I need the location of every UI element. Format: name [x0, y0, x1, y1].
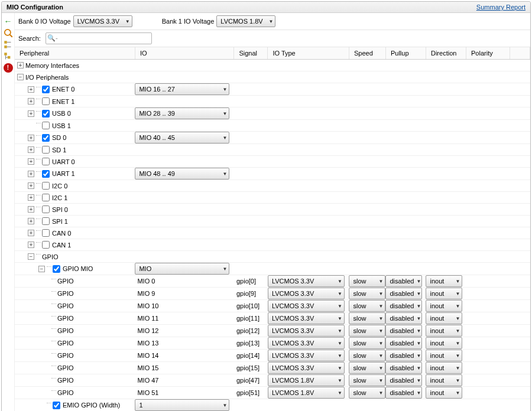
- pullup-dropdown[interactable]: disabled▼: [385, 362, 422, 374]
- gpio-leaf[interactable]: GPIO: [57, 364, 74, 371]
- summary-report-link[interactable]: Summary Report: [476, 4, 525, 11]
- enable-checkbox[interactable]: [42, 194, 50, 201]
- tree-toggle-icon[interactable]: −: [28, 253, 34, 260]
- gpio-leaf[interactable]: GPIO: [57, 377, 74, 384]
- iotype-dropdown[interactable]: LVCMOS 3.3V▼: [268, 300, 345, 312]
- speed-dropdown[interactable]: slow▼: [349, 387, 385, 399]
- direction-dropdown[interactable]: inout▼: [426, 300, 462, 312]
- col-peripheral[interactable]: Peripheral: [15, 47, 135, 60]
- tree-toggle-icon[interactable]: −: [38, 266, 45, 272]
- periph-spi1[interactable]: SPI 1: [52, 218, 68, 225]
- direction-dropdown[interactable]: inout▼: [426, 362, 462, 374]
- direction-dropdown[interactable]: inout▼: [426, 288, 462, 299]
- enable-checkbox[interactable]: [53, 265, 60, 273]
- pullup-dropdown[interactable]: disabled▼: [385, 337, 422, 349]
- iotype-dropdown[interactable]: LVCMOS 3.3V▼: [268, 337, 345, 349]
- enable-checkbox[interactable]: [42, 217, 50, 225]
- col-direction[interactable]: Direction: [426, 47, 466, 60]
- col-pullup[interactable]: Pullup: [385, 47, 426, 60]
- io-dropdown[interactable]: MIO▼: [135, 263, 229, 275]
- periph-i2c1[interactable]: I2C 1: [52, 194, 67, 201]
- pullup-dropdown[interactable]: disabled▼: [385, 387, 422, 399]
- tree-toggle-icon[interactable]: −: [17, 74, 24, 80]
- pullup-dropdown[interactable]: disabled▼: [385, 350, 422, 361]
- tree-toggle-icon[interactable]: +: [28, 86, 34, 93]
- periph-can1[interactable]: CAN 1: [52, 242, 71, 249]
- enable-checkbox[interactable]: [42, 170, 50, 178]
- enable-checkbox[interactable]: [42, 146, 50, 154]
- iotype-dropdown[interactable]: LVCMOS 3.3V▼: [268, 312, 345, 324]
- periph-gpio-mio[interactable]: GPIO MIO: [63, 265, 93, 272]
- find-icon[interactable]: [3, 28, 14, 38]
- enable-checkbox[interactable]: [42, 241, 50, 249]
- io-dropdown[interactable]: MIO 48 .. 49▼: [135, 168, 229, 180]
- speed-dropdown[interactable]: slow▼: [349, 325, 385, 337]
- periph-spi0[interactable]: SPI 0: [52, 206, 68, 213]
- enable-checkbox[interactable]: [42, 229, 50, 237]
- iotype-dropdown[interactable]: LVCMOS 3.3V▼: [268, 288, 345, 299]
- pullup-dropdown[interactable]: disabled▼: [385, 300, 422, 312]
- io-dropdown[interactable]: MIO 28 .. 39▼: [135, 107, 229, 119]
- node-memory-interfaces[interactable]: Memory Interfaces: [25, 62, 79, 69]
- tree-collapse-icon[interactable]: [3, 40, 14, 50]
- periph-emio-gpio[interactable]: EMIO GPIO (Width): [63, 402, 120, 409]
- col-io[interactable]: IO: [135, 47, 234, 60]
- enable-checkbox[interactable]: [42, 122, 50, 129]
- gpio-leaf[interactable]: GPIO: [57, 290, 74, 297]
- tree-toggle-icon[interactable]: +: [28, 182, 34, 189]
- periph-usb0[interactable]: USB 0: [52, 110, 71, 117]
- col-signal[interactable]: Signal: [234, 47, 268, 60]
- enable-checkbox[interactable]: [42, 86, 50, 93]
- bank1-voltage-dropdown[interactable]: LVCMOS 1.8V▼: [216, 15, 275, 27]
- speed-dropdown[interactable]: slow▼: [349, 300, 385, 312]
- tree-toggle-icon[interactable]: +: [28, 171, 34, 177]
- tree-toggle-icon[interactable]: +: [28, 110, 34, 117]
- speed-dropdown[interactable]: slow▼: [349, 275, 385, 287]
- direction-dropdown[interactable]: inout▼: [426, 325, 462, 337]
- periph-usb1[interactable]: USB 1: [52, 122, 71, 129]
- gpio-leaf[interactable]: GPIO: [57, 352, 74, 359]
- pullup-dropdown[interactable]: disabled▼: [385, 275, 422, 287]
- enable-checkbox[interactable]: [42, 206, 50, 213]
- periph-i2c0[interactable]: I2C 0: [52, 182, 67, 190]
- pullup-dropdown[interactable]: disabled▼: [385, 374, 422, 386]
- gpio-leaf[interactable]: GPIO: [57, 302, 74, 309]
- direction-dropdown[interactable]: inout▼: [426, 312, 462, 324]
- tree-toggle-icon[interactable]: +: [17, 62, 24, 68]
- enable-checkbox[interactable]: [42, 110, 50, 118]
- speed-dropdown[interactable]: slow▼: [349, 288, 385, 299]
- bank0-voltage-dropdown[interactable]: LVCMOS 3.3V▼: [73, 15, 132, 27]
- pullup-dropdown[interactable]: disabled▼: [385, 312, 422, 324]
- periph-can0[interactable]: CAN 0: [52, 230, 71, 237]
- direction-dropdown[interactable]: inout▼: [426, 275, 462, 287]
- tree-toggle-icon[interactable]: +: [28, 98, 34, 105]
- enable-checkbox[interactable]: [53, 402, 60, 409]
- gpio-leaf[interactable]: GPIO: [57, 278, 74, 285]
- iotype-dropdown[interactable]: LVCMOS 3.3V▼: [268, 362, 345, 374]
- speed-dropdown[interactable]: slow▼: [349, 362, 385, 374]
- node-io-peripherals[interactable]: I/O Peripherals: [25, 74, 69, 81]
- iotype-dropdown[interactable]: LVCMOS 3.3V▼: [268, 350, 345, 361]
- speed-dropdown[interactable]: slow▼: [349, 350, 385, 361]
- gpio-leaf[interactable]: GPIO: [57, 315, 74, 322]
- gpio-leaf[interactable]: GPIO: [57, 389, 74, 396]
- direction-dropdown[interactable]: inout▼: [426, 387, 462, 399]
- pullup-dropdown[interactable]: disabled▼: [385, 325, 422, 337]
- periph-sd1[interactable]: SD 1: [52, 146, 66, 154]
- iotype-dropdown[interactable]: LVCMOS 1.8V▼: [268, 387, 345, 399]
- direction-dropdown[interactable]: inout▼: [426, 350, 462, 361]
- periph-enet0[interactable]: ENET 0: [52, 86, 74, 93]
- tree-toggle-icon[interactable]: +: [28, 135, 34, 141]
- periph-uart0[interactable]: UART 0: [52, 158, 75, 165]
- gpio-leaf[interactable]: GPIO: [57, 327, 74, 334]
- periph-enet1[interactable]: ENET 1: [52, 98, 74, 105]
- emio-width-dropdown[interactable]: 1▼: [135, 399, 229, 411]
- iotype-dropdown[interactable]: LVCMOS 3.3V▼: [268, 325, 345, 337]
- tree-toggle-icon[interactable]: +: [28, 206, 34, 213]
- col-iotype[interactable]: IO Type: [268, 47, 349, 60]
- tree-toggle-icon[interactable]: +: [28, 242, 34, 248]
- col-polarity[interactable]: Polarity: [466, 47, 510, 60]
- speed-dropdown[interactable]: slow▼: [349, 312, 385, 324]
- speed-dropdown[interactable]: slow▼: [349, 337, 385, 349]
- enable-checkbox[interactable]: [42, 182, 50, 190]
